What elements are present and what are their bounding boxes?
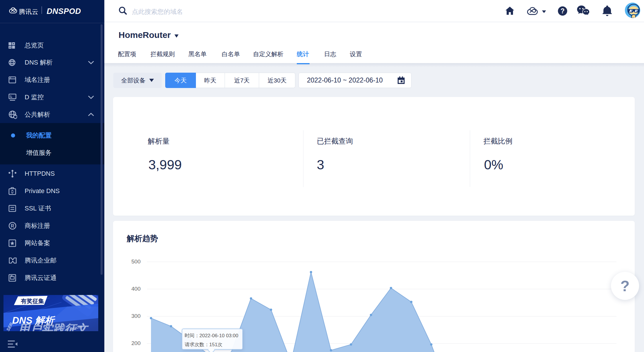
svg-text:有奖征集: 有奖征集 bbox=[21, 298, 44, 304]
svg-text:R: R bbox=[11, 223, 14, 228]
svg-text:?: ? bbox=[561, 7, 565, 15]
